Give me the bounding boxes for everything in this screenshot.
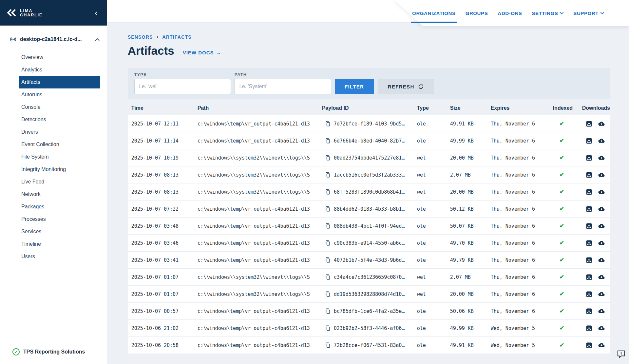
copy-icon[interactable] <box>325 138 331 144</box>
table-row[interactable]: 2025-10-07 08:13 c:\\windows\\system32\\… <box>128 166 610 183</box>
download-cloud-icon[interactable] <box>598 206 605 212</box>
indexed-check-icon: ✔ <box>560 325 564 331</box>
chevron-up-icon[interactable] <box>95 38 100 41</box>
nav-item-support[interactable]: SUPPORT <box>573 0 604 26</box>
table-row[interactable]: 2025-10-07 03:41 c:\windows\temp\vr_outp… <box>128 252 610 269</box>
copy-icon[interactable] <box>325 206 331 212</box>
download-box-icon[interactable] <box>586 121 592 127</box>
sensor-selector[interactable]: desktop-c2a1841.c.lc-d... <box>0 32 107 47</box>
limacharlie-logo[interactable]: LIMA CHARLIE <box>7 9 43 17</box>
download-box-icon[interactable] <box>586 342 592 349</box>
copy-icon[interactable] <box>325 342 331 348</box>
download-cloud-icon[interactable] <box>598 240 605 246</box>
copy-icon[interactable] <box>325 291 331 297</box>
table-row[interactable]: 2025-10-07 01:07 c:\\windows\\system32\\… <box>128 269 610 286</box>
download-cloud-icon[interactable] <box>598 189 605 195</box>
nav-item-add-ons[interactable]: ADD-ONS <box>498 0 522 26</box>
sidebar-item-users[interactable]: Users <box>19 250 100 263</box>
indexed-check-icon: ✔ <box>560 121 564 127</box>
download-cloud-icon[interactable] <box>598 155 605 161</box>
nav-item-groups[interactable]: GROUPS <box>466 0 488 26</box>
download-cloud-icon[interactable] <box>598 257 605 263</box>
table-row[interactable]: 2025-10-07 11:14 c:\windows\temp\vr_outp… <box>128 132 610 149</box>
sidebar-item-label: Network <box>21 191 41 197</box>
sidebar-collapse-icon[interactable]: ‹ <box>93 9 99 17</box>
copy-icon[interactable] <box>325 223 331 229</box>
table-row[interactable]: 2025-10-07 03:46 c:\windows\temp\vr_outp… <box>128 235 610 252</box>
breadcrumb-sensors[interactable]: SENSORS <box>128 34 153 40</box>
sidebar-item-drivers[interactable]: Drivers <box>19 126 100 138</box>
download-box-icon[interactable] <box>586 172 592 178</box>
refresh-icon <box>418 84 424 90</box>
download-cloud-icon[interactable] <box>598 308 605 314</box>
download-box-icon[interactable] <box>586 155 592 161</box>
sidebar-item-console[interactable]: Console <box>19 101 100 113</box>
table-row[interactable]: 2025-10-07 10:19 c:\\windows\\system32\\… <box>128 149 610 166</box>
path-filter-group: PATH <box>235 72 331 94</box>
table-row[interactable]: 2025-10-07 00:57 c:\windows\temp\vr_outp… <box>128 303 610 320</box>
copy-icon[interactable] <box>325 308 331 314</box>
copy-icon[interactable] <box>325 189 331 195</box>
filter-button[interactable]: FILTER <box>335 79 374 94</box>
sidebar-item-packages[interactable]: Packages <box>19 201 100 213</box>
path-filter-input[interactable] <box>235 79 331 94</box>
copy-icon[interactable] <box>325 155 331 161</box>
sidebar-item-autoruns[interactable]: Autoruns <box>19 88 100 101</box>
download-box-icon[interactable] <box>586 308 592 315</box>
sidebar-item-overview[interactable]: Overview <box>19 51 100 64</box>
copy-icon[interactable] <box>325 274 331 280</box>
nav-item-settings[interactable]: SETTINGS <box>532 0 563 26</box>
sidebar-item-timeline[interactable]: Timeline <box>19 238 100 250</box>
table-row[interactable]: 2025-10-07 03:48 c:\windows\temp\vr_outp… <box>128 218 610 235</box>
sidebar-item-event-collection[interactable]: Event Collection <box>19 138 100 151</box>
sidebar-item-analytics[interactable]: Analytics <box>19 64 100 76</box>
type-filter-input[interactable] <box>134 79 231 94</box>
download-box-icon[interactable] <box>586 223 592 229</box>
feedback-icon[interactable] <box>617 350 626 360</box>
sidebar-item-file-system[interactable]: File System <box>19 151 100 163</box>
download-box-icon[interactable] <box>586 189 592 195</box>
download-cloud-icon[interactable] <box>598 274 605 280</box>
download-cloud-icon[interactable] <box>598 291 605 297</box>
sidebar-item-live-feed[interactable]: Live Feed <box>19 176 100 188</box>
download-cloud-icon[interactable] <box>598 342 605 348</box>
sidebar-item-services[interactable]: Services <box>19 225 100 238</box>
download-box-icon[interactable] <box>586 291 592 297</box>
download-cloud-icon[interactable] <box>598 325 605 331</box>
copy-icon[interactable] <box>325 257 331 263</box>
download-box-icon[interactable] <box>586 206 592 212</box>
cell-payload-id: 1accb516cc0ef5d3f2ab333… <box>322 172 417 178</box>
table-row[interactable]: 2025-10-07 08:13 c:\\windows\\system32\\… <box>128 183 610 201</box>
sidebar-item-integrity-monitoring[interactable]: Integrity Monitoring <box>19 163 100 176</box>
download-box-icon[interactable] <box>586 257 592 263</box>
copy-icon[interactable] <box>325 325 331 331</box>
download-cloud-icon[interactable] <box>598 121 605 127</box>
payload-id-text: 1accb516cc0ef5d3f2ab333… <box>334 172 405 178</box>
copy-icon[interactable] <box>325 240 331 246</box>
download-cloud-icon[interactable] <box>598 223 605 229</box>
org-footer[interactable]: ✓ TPS Reporting Solutions <box>0 348 107 364</box>
view-docs-link[interactable]: VIEW DOCS → <box>183 50 221 55</box>
download-box-icon[interactable] <box>586 240 592 246</box>
table-row[interactable]: 2025-10-07 07:22 c:\windows\temp\vr_outp… <box>128 201 610 218</box>
table-row[interactable]: 2025-10-07 01:07 c:\\windows\\system32\\… <box>128 286 610 303</box>
copy-icon[interactable] <box>325 172 331 178</box>
copy-icon[interactable] <box>325 121 331 127</box>
table-row[interactable]: 2025-10-07 12:11 c:\windows\temp\vr_outp… <box>128 115 610 132</box>
sidebar-item-processes[interactable]: Processes <box>19 213 100 225</box>
download-box-icon[interactable] <box>586 325 592 332</box>
sidebar-item-detections[interactable]: Detections <box>19 113 100 126</box>
nav-item-organizations[interactable]: ORGANIZATIONS <box>412 0 456 26</box>
download-cloud-icon[interactable] <box>598 138 605 144</box>
refresh-button[interactable]: REFRESH <box>378 79 434 94</box>
cell-payload-id: 6d766b4e-b8ed-4040-82b7… <box>322 138 417 144</box>
download-box-icon[interactable] <box>586 274 592 280</box>
download-box-icon[interactable] <box>586 138 592 144</box>
table-row[interactable]: 2025-10-06 21:02 c:\windows\temp\vr_outp… <box>128 320 610 337</box>
table-body: 2025-10-07 12:11 c:\windows\temp\vr_outp… <box>128 115 610 354</box>
table-row[interactable]: 2025-10-06 20:58 c:\windows\temp\vr_outp… <box>128 337 610 354</box>
download-cloud-icon[interactable] <box>598 172 605 178</box>
sidebar-item-network[interactable]: Network <box>19 188 100 201</box>
breadcrumb-artifacts[interactable]: ARTIFACTS <box>162 34 191 40</box>
sidebar-item-artifacts[interactable]: Artifacts <box>19 76 100 88</box>
